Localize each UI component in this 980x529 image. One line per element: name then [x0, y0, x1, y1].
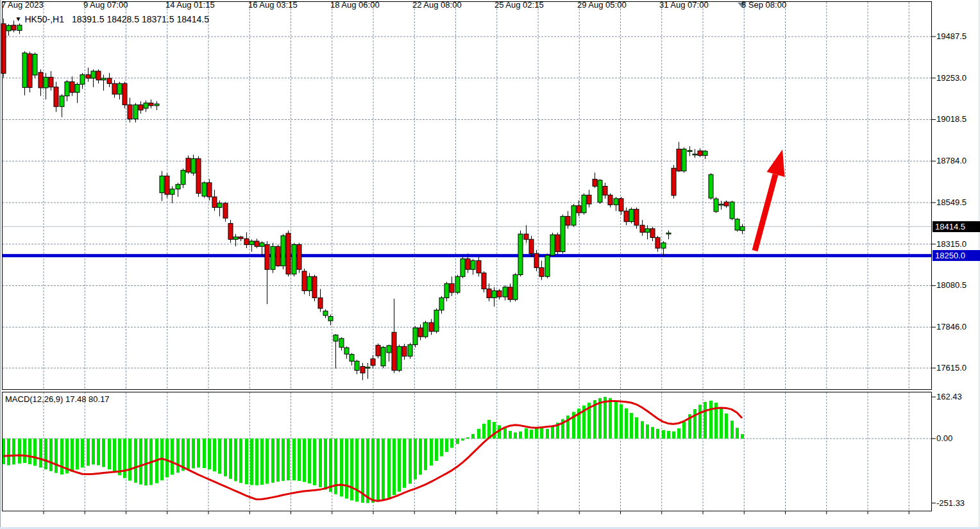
time-axis-label: 25 Aug 02:15 — [494, 0, 544, 10]
macd-histogram-bar — [482, 424, 486, 439]
macd-histogram-bar — [551, 426, 554, 439]
macd-histogram-bar — [461, 439, 464, 441]
macd-histogram-bar — [60, 439, 63, 474]
candle-body — [65, 82, 69, 96]
price-tick-label: 18784.0 — [936, 156, 967, 165]
macd-histogram-bar — [71, 439, 74, 472]
macd-histogram-bar — [698, 405, 702, 439]
candle-body — [561, 216, 565, 251]
price-tick-label: 19487.5 — [936, 31, 967, 41]
macd-histogram-bar — [128, 439, 131, 481]
candle-body — [397, 346, 401, 370]
candle-body — [471, 260, 475, 269]
candle-body — [608, 195, 612, 205]
candle-body — [107, 78, 112, 83]
candle-body — [482, 273, 486, 289]
macd-histogram-bar — [709, 401, 713, 439]
candle-body — [640, 225, 645, 232]
macd-histogram-bar — [514, 432, 517, 439]
trend-arrow-shaft[interactable] — [755, 174, 775, 251]
candle-body — [513, 274, 518, 299]
symbol-dropdown-icon[interactable]: ▼ — [15, 15, 22, 22]
candle-body — [181, 171, 185, 185]
macd-histogram-bar — [503, 428, 507, 439]
time-axis-label: 31 Aug 07:00 — [659, 0, 709, 10]
macd-histogram-bar — [224, 439, 227, 476]
candle-body — [170, 189, 174, 194]
macd-histogram-bar — [419, 439, 422, 474]
macd-histogram-bar — [292, 439, 296, 480]
macd-histogram-bar — [530, 430, 533, 439]
candle-body — [155, 104, 159, 106]
macd-histogram-bar — [313, 439, 316, 485]
macd-histogram-bar — [113, 439, 116, 472]
candle-body — [312, 276, 317, 298]
support-line[interactable] — [3, 254, 932, 257]
candle-body — [402, 346, 407, 356]
candle-body — [117, 83, 122, 94]
macd-histogram-bar — [81, 439, 84, 467]
candle-body — [688, 151, 692, 152]
candle-body — [698, 151, 702, 155]
candle-body — [661, 243, 666, 248]
indicator-label: MACD(12,26,9) 17.48 80.17 — [5, 394, 110, 404]
candle-body — [122, 83, 127, 105]
macd-histogram-bar — [440, 439, 443, 457]
candle-body — [96, 71, 101, 80]
candle-body — [44, 77, 48, 88]
candle-body — [360, 367, 365, 373]
candle-body — [550, 235, 555, 255]
macd-histogram-bar — [682, 422, 686, 439]
macd-histogram-bar — [39, 439, 42, 467]
candle-body — [144, 103, 148, 108]
candle-body — [49, 77, 53, 87]
macd-histogram-bar — [540, 428, 543, 439]
candle-body — [619, 199, 623, 211]
candle-body — [260, 243, 264, 247]
macd-histogram-bar — [245, 439, 248, 484]
current-price-badge: 18414.5 — [933, 221, 980, 232]
macd-histogram-bar — [704, 402, 707, 439]
macd-histogram-bar — [546, 429, 549, 439]
trend-arrow-head[interactable] — [767, 149, 785, 177]
candle-body — [70, 82, 74, 93]
candle-body — [339, 339, 344, 348]
macd-histogram-bar — [303, 439, 306, 482]
candle-body — [429, 323, 434, 332]
candle-body — [460, 259, 465, 277]
macd-histogram-bar — [239, 439, 242, 483]
macd-histogram-bar — [450, 439, 453, 448]
candle-body — [655, 238, 660, 249]
macd-histogram-bar — [276, 439, 280, 482]
candle-body — [508, 287, 512, 299]
candle-body — [423, 323, 428, 337]
candle-body — [413, 328, 418, 344]
macd-histogram-bar — [298, 439, 301, 481]
macd-histogram-bar — [234, 439, 237, 481]
time-axis-label: 9 Aug 07:00 — [83, 0, 128, 10]
candle-body — [439, 298, 444, 310]
macd-histogram-bar — [271, 439, 275, 483]
macd-histogram-bar — [625, 408, 628, 439]
candle-body — [355, 361, 359, 370]
macd-histogram-bar — [176, 439, 180, 473]
candle-body — [740, 226, 745, 230]
candle-body — [149, 103, 153, 106]
candle-body — [682, 149, 686, 171]
candle-body — [566, 216, 570, 225]
macd-histogram-bar — [33, 439, 37, 466]
candle-body — [112, 83, 117, 94]
candle-body — [629, 209, 634, 221]
candle-body — [133, 105, 138, 119]
macd-histogram-bar — [192, 439, 195, 468]
candlestick-chart[interactable] — [0, 0, 980, 529]
macd-histogram-bar — [355, 439, 359, 501]
candle-body — [228, 223, 233, 239]
candle-body — [128, 105, 132, 119]
candle-body — [444, 283, 449, 298]
candle-body — [587, 195, 591, 204]
macd-tick-label: 162.43 — [936, 392, 962, 401]
macd-histogram-bar — [350, 439, 353, 500]
macd-histogram-bar — [393, 439, 396, 495]
macd-histogram-bar — [340, 439, 343, 496]
